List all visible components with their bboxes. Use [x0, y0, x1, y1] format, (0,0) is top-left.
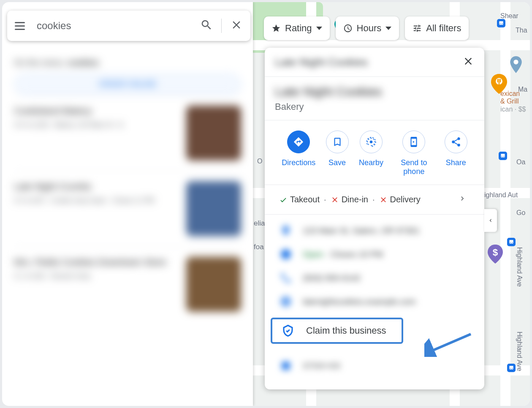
card-title: Late Night Cookies [275, 56, 368, 69]
map-poi-label: exican & Grill ican · $$ [500, 90, 526, 113]
info-plus-code[interactable]: X7XX+XX [275, 354, 474, 378]
phone-icon [280, 272, 292, 284]
search-result[interactable]: Cookieland Bakery 4.6 ★ (120) · Bakery 1… [14, 95, 241, 171]
service-delivery: Delivery [379, 195, 421, 204]
result-thumbnail [186, 257, 241, 312]
cross-icon [379, 196, 388, 204]
map-label: O [257, 158, 262, 165]
send-to-phone-button[interactable]: Send to phone [394, 131, 434, 176]
svg-rect-5 [282, 362, 290, 370]
collapse-panel-button[interactable] [484, 209, 497, 232]
result-thumbnail [186, 106, 241, 160]
service-takeout: Takeout [279, 195, 320, 204]
business-detail-card: Late Night Cookies Late Night Cookies Ba… [265, 48, 484, 389]
info-website[interactable]: latenightcookies.example.com [275, 290, 474, 313]
directions-button[interactable]: Directions [282, 131, 315, 176]
shield-check-icon [282, 324, 294, 337]
chevron-right-icon [458, 194, 467, 205]
filter-all[interactable]: All filters [405, 16, 469, 40]
business-category: Bakery [275, 101, 474, 112]
map-pin[interactable] [510, 56, 522, 73]
filter-hours[interactable]: Hours [336, 16, 399, 40]
action-label: Share [446, 158, 466, 167]
clear-search-icon[interactable] [230, 19, 243, 33]
bus-stop-icon[interactable] [499, 152, 507, 160]
map-label: ighland Aut [484, 191, 518, 199]
phone-send-icon [402, 131, 425, 153]
share-icon [445, 131, 467, 153]
search-result[interactable]: Late Night Crumbs 4.3 ★ (87) · Cookie sh… [14, 171, 241, 246]
nearby-icon [360, 131, 383, 153]
star-icon [271, 24, 281, 33]
search-result[interactable]: Mrs. Fields Cookies Downtown Store 4.1 ★… [14, 246, 241, 322]
menu-icon[interactable] [15, 22, 25, 30]
map-pin-shopping[interactable]: $ [488, 245, 503, 263]
claim-business-row[interactable]: Claim this business [275, 313, 474, 354]
action-label: Send to phone [394, 158, 434, 176]
filter-rating[interactable]: Rating [264, 16, 330, 40]
plus-code-icon [280, 360, 292, 372]
search-bar [7, 11, 250, 41]
bookmark-icon [326, 131, 349, 153]
business-name: Late Night Cookies [275, 84, 474, 99]
divider [221, 19, 222, 33]
map-label: Highland Ave [516, 247, 523, 287]
result-subtitle: 4.1 ★ (54) · Dessert shop [14, 271, 178, 281]
action-row: Directions Save Nearby Send to phone Sha… [275, 120, 474, 185]
search-icon[interactable] [200, 19, 213, 33]
on-menu-hint: On the menu: cookies [14, 55, 241, 73]
globe-icon [280, 296, 292, 307]
map-label: Highland Ave [516, 332, 523, 371]
chevron-down-icon [316, 27, 322, 30]
filter-label: Hours [357, 23, 382, 34]
clock-icon [343, 24, 353, 33]
result-subtitle: 4.3 ★ (87) · Cookie shop Open · Closes 1… [14, 196, 178, 206]
search-results-panel: On the menu: cookies ORDER ONLINE Cookie… [2, 2, 253, 406]
close-icon[interactable] [462, 55, 474, 69]
chevron-down-icon [385, 27, 391, 30]
action-label: Save [328, 158, 346, 167]
bus-stop-icon[interactable] [497, 19, 505, 27]
result-title: Mrs. Fields Cookies Downtown Store [14, 257, 178, 268]
result-thumbnail [186, 181, 241, 236]
service-dinein: Dine-in [331, 195, 368, 204]
info-phone[interactable]: (503) 555-0142 [275, 266, 474, 290]
directions-icon [287, 131, 310, 153]
map-label: Go [516, 209, 525, 217]
svg-point-1 [513, 60, 518, 64]
result-title: Cookieland Bakery [14, 106, 178, 117]
result-subtitle: 4.6 ★ (120) · Bakery 123 Main St · $ [14, 120, 178, 130]
map-label: Tha [516, 27, 527, 34]
cross-icon [331, 196, 339, 204]
info-address[interactable]: 123 Main St, Salem, OR 97301 [275, 219, 474, 242]
filter-label: Rating [285, 23, 312, 34]
svg-point-4 [370, 141, 373, 144]
map-label: foa [254, 243, 264, 251]
result-title: Late Night Crumbs [14, 181, 178, 192]
pin-icon [280, 225, 292, 237]
action-label: Nearby [359, 158, 383, 167]
tune-icon [413, 24, 422, 33]
map-label: Oa [516, 158, 525, 166]
filter-bar: Rating Hours All filters [264, 16, 469, 40]
service-options-row[interactable]: Takeout · Dine-in · Delivery [275, 185, 474, 214]
svg-text:$: $ [493, 247, 498, 258]
bus-stop-icon[interactable] [507, 364, 516, 372]
check-icon [279, 196, 288, 204]
save-button[interactable]: Save [326, 131, 349, 176]
share-button[interactable]: Share [445, 131, 467, 176]
order-online-button[interactable]: ORDER ONLINE [14, 73, 241, 95]
search-input[interactable] [37, 20, 200, 32]
bus-stop-icon[interactable] [507, 238, 516, 246]
clock-icon [280, 248, 292, 260]
info-hours[interactable]: Open · Closes 10 PM [275, 242, 474, 266]
action-label: Directions [282, 158, 315, 167]
filter-label: All filters [426, 23, 461, 34]
nearby-button[interactable]: Nearby [359, 131, 383, 176]
